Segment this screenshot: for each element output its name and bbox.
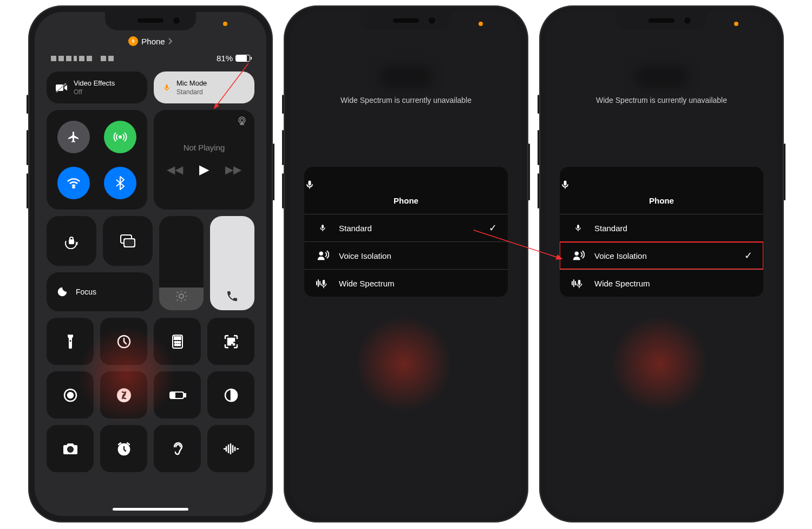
connectivity-panel[interactable] xyxy=(47,110,147,210)
shazam-button[interactable] xyxy=(100,371,147,419)
mic-menu-title: Phone xyxy=(304,196,508,205)
flashlight-button[interactable] xyxy=(47,318,94,365)
video-effects-title: Video Effects xyxy=(74,79,115,87)
media-title: Not Playing xyxy=(184,143,225,152)
bluetooth-button[interactable] xyxy=(104,167,136,199)
notch xyxy=(616,12,707,30)
wifi-button[interactable] xyxy=(57,167,90,199)
camera-button[interactable] xyxy=(47,425,94,472)
dark-mode-button[interactable] xyxy=(207,371,254,419)
standard-mic-icon xyxy=(315,222,330,234)
low-power-button[interactable] xyxy=(154,371,201,419)
svg-point-3 xyxy=(119,136,121,138)
brightness-slider[interactable] xyxy=(159,216,204,310)
svg-rect-30 xyxy=(185,394,186,397)
svg-rect-0 xyxy=(56,84,63,91)
svg-rect-24 xyxy=(232,342,233,343)
carrier-redacted xyxy=(51,56,114,61)
svg-point-37 xyxy=(319,252,323,256)
checkmark-icon: ✓ xyxy=(744,250,752,262)
svg-point-27 xyxy=(68,393,73,398)
calculator-button[interactable] xyxy=(154,318,201,365)
video-effects-tile[interactable]: Video Effects Off xyxy=(47,71,147,103)
mic-mode-standard-row[interactable]: Standard ✓ xyxy=(304,214,508,241)
mic-mode-tile[interactable]: Mic Mode Standard xyxy=(154,71,254,103)
mic-privacy-indicator-icon xyxy=(223,22,227,26)
svg-point-17 xyxy=(179,341,180,343)
qr-scanner-button[interactable] xyxy=(207,318,254,365)
mic-menu-header: Phone xyxy=(304,167,508,214)
mic-icon xyxy=(304,178,315,192)
sound-recognition-button[interactable] xyxy=(207,425,254,472)
row-label: Wide Spectrum xyxy=(339,279,395,288)
svg-point-6 xyxy=(240,119,244,122)
standard-mic-icon xyxy=(571,222,586,234)
svg-rect-23 xyxy=(228,342,231,345)
screen-mic-mode-menu: Wide Spectrum is currently unavailable P… xyxy=(290,12,522,516)
media-panel[interactable]: Not Playing ◀◀ ▶ ▶▶ xyxy=(154,110,254,210)
alarm-button[interactable] xyxy=(100,425,147,472)
volume-slider[interactable] xyxy=(210,216,254,310)
notch xyxy=(105,12,196,30)
mic-mode-voice-isolation-row[interactable]: Voice Isolation xyxy=(304,241,508,269)
mic-mode-menu: Phone Standard ✓ Voice Isolation Wide S xyxy=(304,167,508,297)
airplane-mode-button[interactable] xyxy=(57,121,90,153)
row-label: Voice Isolation xyxy=(339,251,391,260)
svg-point-20 xyxy=(179,344,180,345)
svg-point-11 xyxy=(179,294,184,298)
annotation-highlight-box xyxy=(560,241,763,270)
mic-icon xyxy=(560,178,571,192)
blurred-tile-bg xyxy=(379,66,433,88)
svg-rect-7 xyxy=(69,240,74,244)
timer-button[interactable] xyxy=(100,318,147,365)
svg-point-15 xyxy=(174,341,176,343)
airplay-icon[interactable] xyxy=(237,116,247,125)
glow-effect xyxy=(355,315,453,413)
next-track-icon[interactable]: ▶▶ xyxy=(225,163,241,176)
mic-menu-title: Phone xyxy=(560,196,763,205)
active-app-label: Phone xyxy=(141,37,165,46)
brightness-icon xyxy=(175,290,188,303)
mic-mode-standard-row[interactable]: Standard xyxy=(560,214,763,241)
wide-spectrum-icon xyxy=(315,277,330,289)
svg-rect-21 xyxy=(228,338,231,341)
mic-mode-icon xyxy=(162,82,171,94)
svg-point-33 xyxy=(68,447,73,452)
row-label: Standard xyxy=(594,224,627,233)
moon-icon xyxy=(56,286,68,298)
svg-rect-22 xyxy=(232,338,234,341)
play-icon[interactable]: ▶ xyxy=(199,162,209,177)
screen-mic-mode-selected: Wide Spectrum is currently unavailable P… xyxy=(546,12,777,516)
orientation-lock-button[interactable] xyxy=(47,216,96,266)
row-label: Voice Isolation xyxy=(594,251,647,260)
mic-mode-subtitle: Standard xyxy=(176,88,207,96)
focus-tile[interactable]: Focus xyxy=(47,272,153,311)
screen-control-center: Phone 81% xyxy=(35,12,266,516)
video-off-icon xyxy=(55,82,68,93)
mic-mode-voice-isolation-row[interactable]: Voice Isolation ✓ xyxy=(560,241,763,269)
hearing-button[interactable] xyxy=(154,425,201,472)
cellular-data-button[interactable] xyxy=(104,121,136,153)
video-effects-subtitle: Off xyxy=(74,88,115,96)
svg-point-19 xyxy=(176,344,178,345)
prev-track-icon[interactable]: ◀◀ xyxy=(167,163,183,176)
mic-menu-header: Phone xyxy=(560,167,763,214)
svg-rect-25 xyxy=(233,344,234,345)
svg-point-4 xyxy=(73,186,75,188)
focus-label: Focus xyxy=(76,288,96,296)
home-indicator[interactable] xyxy=(113,508,188,511)
wide-spectrum-icon xyxy=(571,277,586,289)
iphone-frame-1: Phone 81% xyxy=(28,5,273,523)
mic-mode-wide-spectrum-row[interactable]: Wide Spectrum xyxy=(304,269,508,297)
voice-isolation-icon xyxy=(571,250,586,262)
battery-percent: 81% xyxy=(217,54,233,63)
phone-icon xyxy=(226,290,239,303)
iphone-frame-2: Wide Spectrum is currently unavailable P… xyxy=(284,5,528,523)
screen-mirroring-button[interactable] xyxy=(103,216,153,266)
battery-icon xyxy=(235,55,250,62)
screen-record-button[interactable] xyxy=(47,371,94,419)
mic-mode-wide-spectrum-row[interactable]: Wide Spectrum xyxy=(560,269,763,297)
row-label: Wide Spectrum xyxy=(594,279,650,288)
voice-isolation-icon xyxy=(315,250,330,262)
svg-point-16 xyxy=(176,341,178,343)
